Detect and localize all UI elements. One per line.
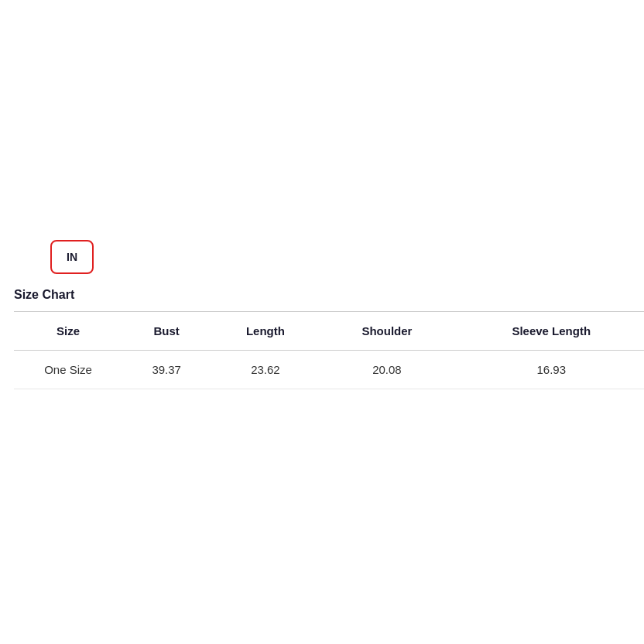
cell-sleeve-length: 16.93 bbox=[454, 351, 645, 389]
cell-bust: 39.37 bbox=[122, 351, 211, 389]
cell-shoulder: 20.08 bbox=[320, 351, 454, 389]
col-header-shoulder: Shoulder bbox=[320, 312, 454, 351]
cell-size: One Size bbox=[14, 351, 122, 389]
unit-toggle-button[interactable]: IN bbox=[50, 240, 94, 274]
table-row: One Size 39.37 23.62 20.08 16.93 bbox=[14, 351, 644, 389]
col-header-sleeve-length: Sleeve Length bbox=[454, 312, 645, 351]
page-container: IN Size Chart Size Bust Length Shoulder … bbox=[0, 0, 644, 644]
cell-length: 23.62 bbox=[211, 351, 320, 389]
col-header-length: Length bbox=[211, 312, 320, 351]
size-chart-section: Size Chart Size Bust Length Shoulder Sle… bbox=[0, 274, 644, 389]
col-header-bust: Bust bbox=[122, 312, 211, 351]
size-table: Size Bust Length Shoulder Sleeve Length … bbox=[14, 311, 644, 389]
unit-button-area: IN bbox=[0, 0, 644, 274]
table-header-row: Size Bust Length Shoulder Sleeve Length bbox=[14, 312, 644, 351]
size-chart-title: Size Chart bbox=[8, 288, 644, 302]
col-header-size: Size bbox=[14, 312, 122, 351]
